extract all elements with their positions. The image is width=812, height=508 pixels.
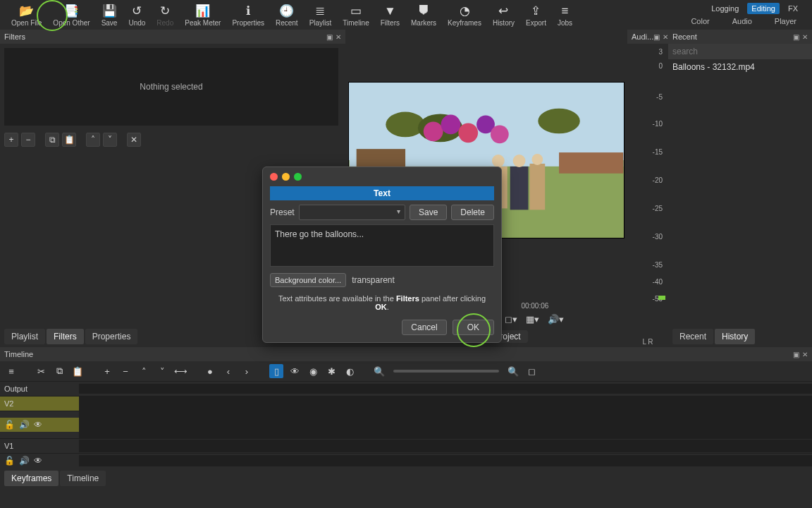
grid-button[interactable]: ▦▾ bbox=[524, 314, 541, 325]
undock-icon[interactable]: ▣ bbox=[653, 33, 660, 41]
zoom-fit-timeline-button[interactable]: ◻ bbox=[524, 364, 539, 378]
recent-button[interactable]: 🕘Recent bbox=[270, 3, 304, 28]
zoom-fit-button[interactable]: ◻▾ bbox=[503, 314, 519, 325]
marker-button[interactable]: ● bbox=[203, 364, 217, 378]
preset-delete-button[interactable]: Delete bbox=[451, 205, 494, 220]
undock-icon[interactable]: ▣ bbox=[326, 33, 333, 41]
copy-button[interactable]: ⧉ bbox=[52, 364, 66, 378]
ripple-all-button[interactable]: ✱ bbox=[324, 364, 338, 378]
volume-button[interactable]: 🔊▾ bbox=[546, 314, 566, 325]
mute-icon[interactable]: 🔊 bbox=[19, 420, 30, 430]
preset-select[interactable] bbox=[299, 205, 405, 220]
zoom-out-button[interactable]: 🔍 bbox=[372, 364, 386, 378]
maximize-window-button[interactable] bbox=[294, 173, 302, 181]
redo-button[interactable]: ↻Redo bbox=[151, 3, 179, 28]
text-input[interactable] bbox=[270, 224, 494, 267]
background-color-button[interactable]: Background color... bbox=[270, 273, 346, 287]
svg-rect-14 bbox=[529, 164, 545, 210]
cancel-button[interactable]: Cancel bbox=[402, 320, 446, 335]
hide-icon[interactable]: 👁 bbox=[34, 420, 42, 430]
move-down-button[interactable]: ˅ bbox=[103, 133, 117, 147]
filters-empty-area: Nothing selected bbox=[4, 48, 338, 126]
submode-audio[interactable]: Audio bbox=[732, 17, 752, 25]
scrub-button[interactable]: 👁 bbox=[288, 364, 302, 378]
timeline-button[interactable]: ▭Timeline bbox=[337, 3, 374, 28]
zoom-in-button[interactable]: 🔍 bbox=[506, 364, 520, 378]
export-button[interactable]: ⇪Export bbox=[520, 3, 552, 28]
properties-button[interactable]: ℹProperties bbox=[226, 3, 270, 28]
keyframes-button[interactable]: ◔Keyframes bbox=[442, 3, 487, 28]
tab-filters[interactable]: Filters bbox=[47, 329, 84, 344]
remove-button[interactable]: − bbox=[118, 364, 133, 378]
svg-point-11 bbox=[491, 125, 509, 143]
playlist-button[interactable]: ≣Playlist bbox=[304, 3, 338, 28]
track-output-lane[interactable] bbox=[79, 384, 812, 394]
lift-button[interactable]: ˄ bbox=[137, 364, 151, 378]
preset-save-button[interactable]: Save bbox=[410, 205, 447, 220]
markers-button[interactable]: ⛊Markers bbox=[405, 3, 442, 28]
mode-editing[interactable]: Editing bbox=[747, 3, 780, 14]
tab-properties[interactable]: Properties bbox=[85, 329, 138, 344]
remove-filter-button[interactable]: − bbox=[21, 133, 35, 147]
track-v2-lane-body[interactable] bbox=[79, 411, 812, 438]
close-panel-icon[interactable]: ✕ bbox=[663, 33, 668, 41]
undock-icon[interactable]: ▣ bbox=[793, 351, 799, 358]
recent-item[interactable]: Balloons - 32132.mp4 bbox=[668, 59, 812, 75]
zoom-slider[interactable] bbox=[393, 370, 499, 373]
cut-button[interactable]: ✂ bbox=[34, 364, 48, 378]
recent-search-input[interactable] bbox=[668, 44, 812, 59]
track-v1-lane-body[interactable] bbox=[79, 455, 812, 466]
tab-keyframes[interactable]: Keyframes bbox=[4, 471, 59, 486]
undock-icon[interactable]: ▣ bbox=[793, 33, 799, 41]
next-marker-button[interactable]: › bbox=[240, 364, 254, 378]
jobs-button[interactable]: ≡Jobs bbox=[552, 3, 578, 28]
overwrite-button[interactable]: ˅ bbox=[155, 364, 169, 378]
close-panel-icon[interactable]: ✕ bbox=[802, 33, 808, 41]
mode-fx[interactable]: FX bbox=[784, 3, 802, 14]
add-filter-button[interactable]: + bbox=[4, 133, 18, 147]
prev-marker-button[interactable]: ‹ bbox=[221, 364, 235, 378]
paste-filter-button[interactable]: 📋 bbox=[62, 133, 76, 147]
mute-icon[interactable]: 🔊 bbox=[19, 456, 30, 466]
lock-icon[interactable]: 🔓 bbox=[4, 456, 15, 466]
tab-recent[interactable]: Recent bbox=[672, 329, 713, 344]
ripple-button[interactable]: ◉ bbox=[306, 364, 320, 378]
filters-button[interactable]: ▼Filters bbox=[375, 3, 405, 28]
ripple-markers-button[interactable]: ◐ bbox=[343, 364, 357, 378]
paste-button[interactable]: 📋 bbox=[70, 364, 85, 378]
close-window-button[interactable] bbox=[270, 173, 278, 181]
audio-tick: 0 bbox=[658, 62, 663, 70]
open-file-button[interactable]: 📂Open File bbox=[6, 3, 47, 28]
ok-button[interactable]: OK bbox=[453, 320, 494, 335]
undo-button[interactable]: ↺Undo bbox=[123, 3, 151, 28]
hide-icon[interactable]: 👁 bbox=[34, 456, 42, 466]
save-button[interactable]: 💾Save bbox=[96, 3, 123, 28]
svg-point-16 bbox=[513, 155, 526, 167]
audio-lr-label: L R bbox=[627, 337, 668, 347]
bottom-tab-row: Keyframes Timeline bbox=[0, 468, 812, 489]
submode-color[interactable]: Color bbox=[691, 17, 709, 25]
playlist-icon: ≣ bbox=[315, 5, 325, 17]
peak-meter-button[interactable]: 📊Peak Meter bbox=[179, 3, 226, 28]
mode-logging[interactable]: Logging bbox=[707, 3, 743, 14]
close-panel-icon[interactable]: ✕ bbox=[336, 33, 341, 41]
clear-filter-button[interactable]: ✕ bbox=[127, 133, 141, 147]
split-button[interactable]: ⟷ bbox=[173, 364, 187, 378]
tab-playlist[interactable]: Playlist bbox=[4, 329, 45, 344]
submode-player[interactable]: Player bbox=[775, 17, 796, 25]
append-button[interactable]: + bbox=[100, 364, 114, 378]
lock-icon[interactable]: 🔓 bbox=[4, 420, 15, 430]
tab-timeline[interactable]: Timeline bbox=[60, 471, 106, 486]
history-button[interactable]: ↩History bbox=[487, 3, 520, 28]
copy-filter-button[interactable]: ⧉ bbox=[45, 133, 59, 147]
main-toolbar: 📂Open File 📑Open Other 💾Save ↺Undo ↻Redo… bbox=[0, 0, 812, 30]
move-up-button[interactable]: ˄ bbox=[86, 133, 100, 147]
open-other-button[interactable]: 📑Open Other bbox=[47, 3, 95, 28]
close-panel-icon[interactable]: ✕ bbox=[802, 351, 808, 358]
track-v1-lane[interactable] bbox=[79, 440, 812, 452]
track-v2-lane[interactable] bbox=[79, 397, 812, 411]
timeline-menu-button[interactable]: ≡ bbox=[4, 364, 18, 378]
minimize-window-button[interactable] bbox=[282, 173, 290, 181]
snap-button[interactable]: ▯ bbox=[269, 364, 283, 378]
tab-history[interactable]: History bbox=[715, 329, 755, 344]
